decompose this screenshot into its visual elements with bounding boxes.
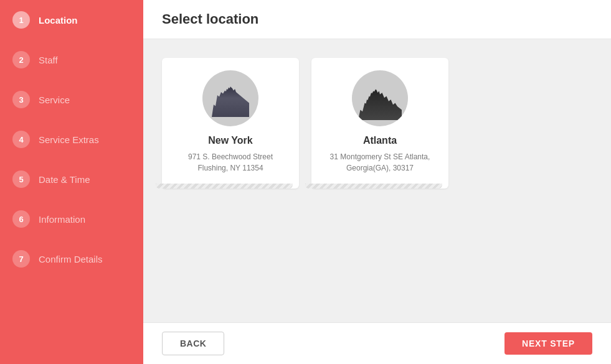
sidebar: 1 Location 2 Staff 3 Service 4 Service E…	[0, 0, 143, 364]
step-number-1: 1	[12, 11, 30, 29]
sidebar-item-service-extras[interactable]: 4 Service Extras	[0, 119, 143, 159]
sidebar-item-location[interactable]: 1 Location	[0, 0, 143, 40]
sidebar-item-label-location: Location	[39, 15, 78, 26]
atlanta-address-line2: Georgia(GA), 30317	[346, 164, 414, 172]
sidebar-item-label-date-time: Date & Time	[39, 174, 90, 185]
main-content: Select location New York 971 S. Beechwoo…	[143, 0, 611, 364]
step-number-4: 4	[12, 131, 30, 148]
new-york-card-stripe	[156, 184, 293, 189]
sidebar-item-service[interactable]: 3 Service	[0, 80, 143, 119]
atlanta-image	[352, 70, 408, 126]
sidebar-item-staff[interactable]: 2 Staff	[0, 40, 143, 80]
step-number-6: 6	[12, 210, 30, 228]
new-york-address: 971 S. Beechwood Street Flushing, NY 113…	[188, 151, 273, 184]
sidebar-item-label-service-extras: Service Extras	[39, 134, 99, 145]
step-number-7: 7	[12, 250, 30, 268]
back-button[interactable]: BACK	[162, 332, 224, 355]
sidebar-item-label-confirm-details: Confirm Details	[39, 254, 103, 264]
new-york-address-line1: 971 S. Beechwood Street	[188, 152, 273, 161]
step-number-5: 5	[12, 170, 30, 188]
page-title: Select location	[162, 11, 592, 27]
atlanta-address-line1: 31 Montgomery St SE Atlanta,	[330, 152, 430, 161]
location-card-atlanta[interactable]: Atlanta 31 Montgomery St SE Atlanta, Geo…	[311, 58, 448, 189]
step-number-2: 2	[12, 51, 30, 68]
sidebar-item-information[interactable]: 6 Information	[0, 199, 143, 239]
new-york-address-line2: Flushing, NY 11354	[197, 164, 263, 172]
new-york-image	[202, 70, 258, 126]
atlanta-name: Atlanta	[363, 135, 397, 146]
step-number-3: 3	[12, 91, 30, 108]
sidebar-item-label-information: Information	[39, 214, 85, 225]
footer: BACK NEXT STEP	[143, 322, 611, 364]
atlanta-card-stripe	[305, 184, 442, 189]
sidebar-item-date-time[interactable]: 5 Date & Time	[0, 159, 143, 199]
atlanta-address: 31 Montgomery St SE Atlanta, Georgia(GA)…	[330, 151, 430, 184]
sidebar-item-label-staff: Staff	[39, 55, 58, 65]
new-york-name: New York	[208, 135, 252, 146]
app-container: 1 Location 2 Staff 3 Service 4 Service E…	[0, 0, 611, 364]
content-area: New York 971 S. Beechwood Street Flushin…	[143, 39, 611, 322]
sidebar-item-label-service: Service	[39, 95, 70, 105]
sidebar-item-confirm-details[interactable]: 7 Confirm Details	[0, 239, 143, 279]
content-header: Select location	[143, 0, 611, 39]
next-step-button[interactable]: NEXT STEP	[504, 332, 592, 355]
location-card-new-york[interactable]: New York 971 S. Beechwood Street Flushin…	[162, 58, 299, 189]
